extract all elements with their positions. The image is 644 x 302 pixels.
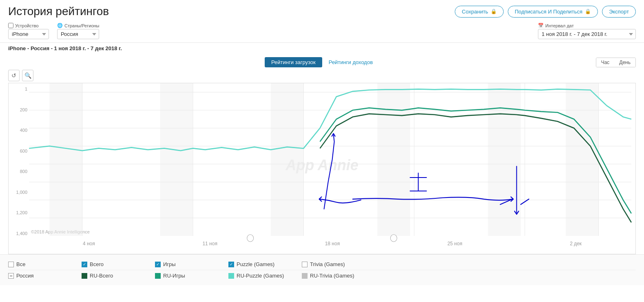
filters-row: Устройство iPhone 🌐 Страны/Регионы Росси… (0, 21, 644, 43)
device-checkbox[interactable] (8, 23, 13, 28)
lock-icon: 🔒 (491, 9, 497, 14)
legend-minus-russia[interactable]: − (8, 273, 14, 279)
legend-color-ru-puzzle (228, 273, 234, 279)
legend-item-ru-total: RU-Всего (82, 273, 155, 279)
svg-rect-0 (49, 83, 82, 236)
svg-rect-2 (271, 83, 303, 236)
legend-item-all: Все (8, 261, 82, 267)
legend-checkbox-total[interactable]: ✓ (82, 262, 87, 267)
legend-checkbox-games[interactable]: ✓ (155, 262, 161, 267)
time-buttons: Час День (596, 58, 636, 67)
legend-color-ru-games (155, 273, 161, 279)
date-range-label: 📅 Интервал дат (538, 23, 636, 28)
date-range-group: 📅 Интервал дат 1 ноя 2018 г. - 7 дек 201… (538, 23, 636, 39)
legend-item-ru-trivia: RU-Trivia (Games) (302, 273, 375, 279)
legend-item-ru-games: RU-Игры (155, 273, 228, 279)
region-filter-label: 🌐 Страны/Регионы (57, 23, 99, 28)
legend-item-trivia: Trivia (Games) (302, 261, 375, 267)
chart-toolbar: ↺ 🔍 (8, 70, 636, 81)
svg-point-26 (247, 235, 254, 242)
calendar-icon: 📅 (538, 23, 544, 28)
lock-icon-2: 🔒 (585, 9, 591, 14)
reset-button[interactable]: ↺ (8, 70, 20, 81)
legend-color-ru-total (82, 273, 87, 279)
legend-color-ru-trivia (302, 273, 308, 279)
top-bar: История рейтингов Сохранить 🔒 Подписатьс… (0, 0, 644, 21)
svg-rect-3 (377, 83, 410, 236)
hour-button[interactable]: Час (596, 58, 615, 67)
globe-icon: 🌐 (57, 23, 63, 28)
legend-item-ru-puzzle: RU-Puzzle (Games) (228, 273, 302, 279)
subtitle-row: iPhone - Россия - 1 ноя 2018 г. - 7 дек … (0, 43, 644, 53)
legend-item-games: ✓ Игры (155, 261, 228, 267)
chart-tabs: Рейтинги загрузок Рейтинги доходов (265, 57, 379, 67)
legend-item-puzzle: ✓ Puzzle (Games) (228, 261, 302, 267)
legend-checkbox-trivia[interactable] (302, 262, 308, 267)
legend-checkbox-all[interactable] (8, 262, 14, 267)
legend-checkbox-puzzle[interactable]: ✓ (228, 262, 234, 267)
legend-item-russia: − Россия (8, 273, 82, 279)
device-filter-label: Устройство (8, 23, 49, 28)
day-button[interactable]: День (614, 58, 635, 67)
legend-area: Все ✓ Всего ✓ Игры ✓ Puzzle (Games) Triv… (0, 254, 644, 285)
tab-revenue[interactable]: Рейтинги доходов (322, 57, 379, 67)
legend-row-2: − Россия RU-Всего RU-Игры RU-Puzzle (Gam… (8, 270, 636, 281)
svg-rect-5 (566, 83, 598, 236)
chart-svg (9, 83, 635, 254)
region-select[interactable]: Россия (57, 29, 99, 39)
legend-item-total: ✓ Всего (82, 261, 155, 267)
export-button[interactable]: Экспорт (602, 6, 636, 18)
chart-area: ↺ 🔍 1 200 400 600 800 1,000 1,200 1,400 … (0, 70, 644, 254)
chart-container: 1 200 400 600 800 1,000 1,200 1,400 4 но… (8, 83, 636, 254)
chart-subtitle: iPhone - Россия - 1 ноя 2018 г. - 7 дек … (8, 45, 122, 51)
legend-row-1: Все ✓ Всего ✓ Игры ✓ Puzzle (Games) Triv… (8, 259, 636, 270)
device-filter-group: Устройство iPhone (8, 23, 49, 39)
tab-downloads[interactable]: Рейтинги загрузок (265, 57, 322, 67)
chart-tabs-row: Рейтинги загрузок Рейтинги доходов Час Д… (0, 53, 644, 70)
region-filter-group: 🌐 Страны/Регионы Россия (57, 23, 99, 39)
date-range-select[interactable]: 1 ноя 2018 г. - 7 дек 2018 г. (538, 29, 636, 39)
svg-point-27 (390, 235, 397, 242)
save-button[interactable]: Сохранить 🔒 (455, 6, 504, 18)
device-select[interactable]: iPhone (8, 29, 49, 39)
zoom-button[interactable]: 🔍 (22, 70, 33, 81)
page-title: История рейтингов (8, 5, 109, 18)
top-actions: Сохранить 🔒 Подписаться И Поделиться 🔒 Э… (455, 6, 636, 18)
subscribe-button[interactable]: Подписаться И Поделиться 🔒 (508, 6, 598, 18)
svg-rect-1 (160, 83, 193, 236)
